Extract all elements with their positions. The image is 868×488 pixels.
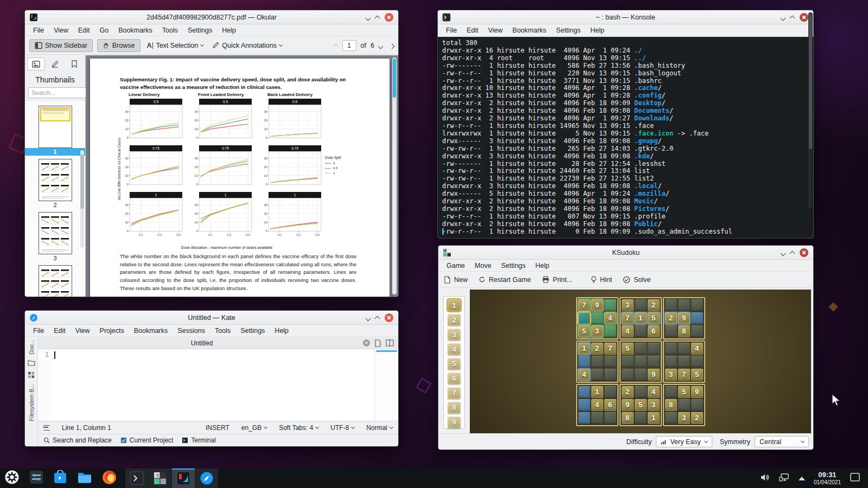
sudoku-cell[interactable]: 1 [578,343,590,355]
close-document-icon[interactable] [363,339,370,346]
sudoku-cell[interactable]: 5 [648,312,660,324]
number-button-6[interactable]: 6 [448,373,461,384]
menu-item[interactable]: Game [442,260,470,272]
sudoku-cell[interactable]: 2 [648,299,660,311]
menu-item[interactable]: Settings [496,260,531,272]
kate-titlebar[interactable]: Untitled — Kate [25,311,398,325]
menu-item[interactable]: File [441,24,462,36]
new-game-button[interactable]: New [444,276,468,284]
thumbnail-scrollbar[interactable] [80,150,84,248]
close-button[interactable] [385,13,393,22]
sudoku-cell[interactable] [678,343,690,355]
thumbnail-label[interactable]: 1 [25,148,85,156]
sudoku-cell[interactable] [604,412,616,424]
sudoku-cell[interactable]: 4 [578,369,590,381]
dictionary-selector[interactable]: en_GB [241,424,267,432]
sudoku-cell[interactable] [591,356,603,368]
sudoku-cell[interactable] [691,399,703,411]
sudoku-cell[interactable]: 7 [578,299,590,311]
documents-tool-button[interactable]: Doc... [28,339,35,354]
sudoku-cell[interactable] [665,299,677,311]
sudoku-cell[interactable]: 2 [665,312,677,324]
sudoku-cell[interactable] [678,399,690,411]
menu-item[interactable]: Sessions [173,325,210,337]
sudoku-cell[interactable]: 3 [648,399,660,411]
sudoku-cell[interactable] [578,356,590,368]
sudoku-cell[interactable] [635,343,647,355]
sudoku-cell[interactable]: 5 [578,325,590,337]
sudoku-cell[interactable] [578,386,590,398]
next-page-button[interactable] [379,41,382,50]
number-button-3[interactable]: 3 [448,329,461,341]
show-sidebar-button[interactable]: Show Sidebar [29,39,93,52]
thumbnail-page-2[interactable] [39,159,72,201]
bookmarks-tab[interactable] [65,57,83,70]
sudoku-cell[interactable] [691,312,703,324]
sudoku-cell[interactable] [604,356,616,368]
sudoku-cell[interactable]: 4 [691,343,703,355]
sudoku-cell[interactable] [678,356,690,368]
minimize-button[interactable] [366,313,370,323]
menu-item[interactable]: Settings [235,325,270,337]
sudoku-cell[interactable] [635,369,647,381]
network-icon[interactable] [779,473,790,484]
menu-item[interactable]: Bookmarks [113,24,157,36]
symmetry-selector[interactable]: Central [755,436,809,447]
sudoku-cell[interactable] [665,412,677,424]
sudoku-cell[interactable] [648,343,660,355]
page-thumbnail[interactable]: 3 [25,212,85,262]
kate-window[interactable]: Untitled — Kate FileEditViewProjectsBook… [24,310,399,447]
thumbnail-page-3[interactable] [39,212,72,254]
thumbnail-label[interactable]: 3 [25,254,85,262]
number-button-9[interactable]: 9 [448,416,461,428]
sudoku-cell[interactable] [691,299,703,311]
sudoku-cell[interactable]: 1 [635,312,647,324]
kate-editor[interactable]: 1 [38,349,398,421]
sudoku-cell[interactable]: 9 [691,386,703,398]
sudoku-cell[interactable] [622,369,634,381]
sudoku-board[interactable]: 7945332715462981274594375146249538159832 [576,297,705,426]
sudoku-cell[interactable]: 3 [678,412,690,424]
sudoku-cell[interactable] [578,399,590,411]
menu-item[interactable]: Tools [157,24,183,36]
sudoku-cell[interactable]: 5 [622,343,634,355]
page-thumbnail[interactable]: 1 [25,106,85,156]
thumbnails-tab[interactable] [27,57,45,70]
input-mode-button[interactable]: INSERT [206,424,229,432]
sudoku-cell[interactable]: 6 [648,325,660,337]
menu-item[interactable]: Projects [95,325,129,337]
new-document-icon[interactable] [374,339,381,347]
sudoku-cell[interactable] [648,356,660,368]
maximize-button[interactable] [790,248,794,258]
sudoku-cell[interactable]: 8 [622,412,634,424]
okular-page-view[interactable]: Supplementary Fig. 1: Impact of vaccine … [86,55,398,297]
number-button-4[interactable]: 4 [448,343,461,355]
sudoku-cell[interactable]: 3 [591,325,603,337]
thumbnail-page-4[interactable] [39,265,72,297]
sudoku-cell[interactable] [635,412,647,424]
maximize-button[interactable] [790,12,794,22]
tab-settings-selector[interactable]: Soft Tabs: 4 [279,424,318,432]
application-launcher-button[interactable] [4,470,20,487]
sudoku-cell[interactable]: 6 [604,399,616,411]
sudoku-cell[interactable]: 7 [678,369,690,381]
discover-launcher[interactable] [53,470,67,486]
sudoku-cell[interactable] [665,356,677,368]
terminal-scrollbar[interactable] [808,12,813,208]
sudoku-cell[interactable] [591,369,603,381]
sudoku-cell[interactable]: 3 [665,369,677,381]
show-desktop-button[interactable] [850,472,860,484]
toolbar-overflow-button[interactable] [390,41,394,50]
highlight-mode-selector[interactable]: Normal [366,424,393,432]
hint-button[interactable]: Hint [591,276,612,284]
number-button-2[interactable]: 2 [448,314,461,326]
menu-item[interactable]: Bookmarks [508,24,552,36]
system-settings-launcher[interactable] [29,470,43,486]
task-button-okular[interactable] [172,468,195,488]
sudoku-cell[interactable]: 2 [591,343,603,355]
sudoku-cell[interactable]: 9 [622,399,634,411]
menu-item[interactable]: View [49,24,73,36]
terminal-output[interactable]: total 380drwxr-xr-x 16 hirsute hirsute 4… [438,37,813,238]
sudoku-cell[interactable] [591,412,603,424]
ksudoku-window[interactable]: KSudoku GameMoveSettingsHelp New Restart… [438,245,814,450]
